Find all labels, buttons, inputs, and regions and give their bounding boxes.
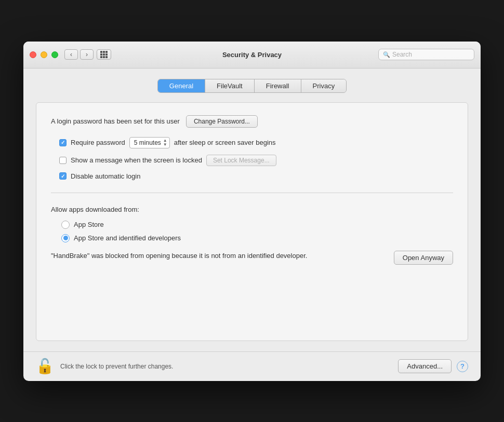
app-store-label: App Store	[74, 221, 104, 228]
app-store-radio[interactable]	[61, 221, 70, 229]
app-store-developers-label: App Store and identified developers	[74, 234, 181, 242]
traffic-lights	[30, 51, 58, 58]
grid-button[interactable]	[97, 49, 111, 60]
help-button[interactable]: ?	[457, 361, 468, 372]
require-password-row: Require password 5 minutes ▲▼ after slee…	[59, 137, 453, 148]
forward-button[interactable]: ›	[80, 49, 94, 60]
app-store-developers-radio-row: App Store and identified developers	[61, 234, 453, 242]
blocked-message-text: "HandBrake" was blocked from opening bec…	[51, 251, 386, 261]
general-panel: A login password has been set for this u…	[36, 102, 468, 341]
advanced-button[interactable]: Advanced...	[398, 359, 452, 373]
search-icon: 🔍	[383, 51, 390, 58]
allow-apps-section: Allow apps downloaded from: App Store Ap…	[51, 206, 453, 265]
show-message-checkbox[interactable]	[59, 157, 67, 164]
require-password-suffix: after sleep or screen saver begins	[174, 139, 276, 146]
require-password-dropdown[interactable]: 5 minutes ▲▼	[129, 137, 170, 148]
grid-icon	[100, 51, 108, 58]
login-password-row: A login password has been set for this u…	[51, 115, 453, 128]
window-title: Security & Privacy	[222, 51, 282, 59]
lock-icon[interactable]: 🔓	[36, 359, 54, 374]
lock-text: Click the lock to prevent further change…	[60, 363, 398, 370]
minimize-button[interactable]	[41, 51, 47, 58]
require-password-checkbox[interactable]	[59, 139, 67, 146]
tabs: General FileVault Firewall Privacy	[36, 79, 468, 93]
require-password-label: Require password	[71, 139, 125, 146]
set-lock-message-button[interactable]: Set Lock Message...	[206, 155, 276, 166]
disable-auto-login-checkbox[interactable]	[59, 172, 67, 180]
dropdown-arrows-icon: ▲▼	[163, 139, 167, 147]
change-password-button[interactable]: Change Password...	[186, 115, 258, 128]
allow-apps-title: Allow apps downloaded from:	[51, 206, 453, 213]
show-message-label: Show a message when the screen is locked	[71, 156, 202, 164]
radio-options: App Store App Store and identified devel…	[61, 221, 453, 242]
maximize-button[interactable]	[51, 51, 58, 58]
tab-filevault[interactable]: FileVault	[205, 79, 255, 92]
footer: 🔓 Click the lock to prevent further chan…	[23, 351, 481, 381]
dropdown-value: 5 minutes	[134, 139, 161, 146]
options-section: Require password 5 minutes ▲▼ after slee…	[59, 137, 453, 180]
divider	[51, 193, 453, 193]
tab-group: General FileVault Firewall Privacy	[157, 79, 347, 93]
tab-firewall[interactable]: Firewall	[255, 79, 301, 92]
search-bar[interactable]: 🔍	[378, 49, 474, 60]
blocked-message-row: "HandBrake" was blocked from opening bec…	[51, 251, 453, 265]
titlebar: ‹ › Security & Privacy 🔍	[23, 42, 481, 69]
show-message-row: Show a message when the screen is locked…	[59, 155, 453, 166]
disable-auto-login-label: Disable automatic login	[71, 172, 140, 180]
app-store-radio-row: App Store	[61, 221, 453, 229]
nav-buttons: ‹ ›	[64, 49, 94, 60]
tab-privacy[interactable]: Privacy	[301, 79, 347, 92]
search-input[interactable]	[392, 51, 470, 58]
back-button[interactable]: ‹	[64, 49, 78, 60]
main-window: ‹ › Security & Privacy 🔍 General FileVau…	[23, 42, 481, 381]
tab-general[interactable]: General	[158, 79, 205, 92]
content-area: General FileVault Firewall Privacy A log…	[23, 69, 481, 351]
close-button[interactable]	[30, 51, 36, 58]
app-store-developers-radio[interactable]	[61, 234, 70, 242]
disable-auto-login-row: Disable automatic login	[59, 172, 453, 180]
open-anyway-button[interactable]: Open Anyway	[394, 251, 453, 265]
login-password-text: A login password has been set for this u…	[51, 117, 180, 125]
